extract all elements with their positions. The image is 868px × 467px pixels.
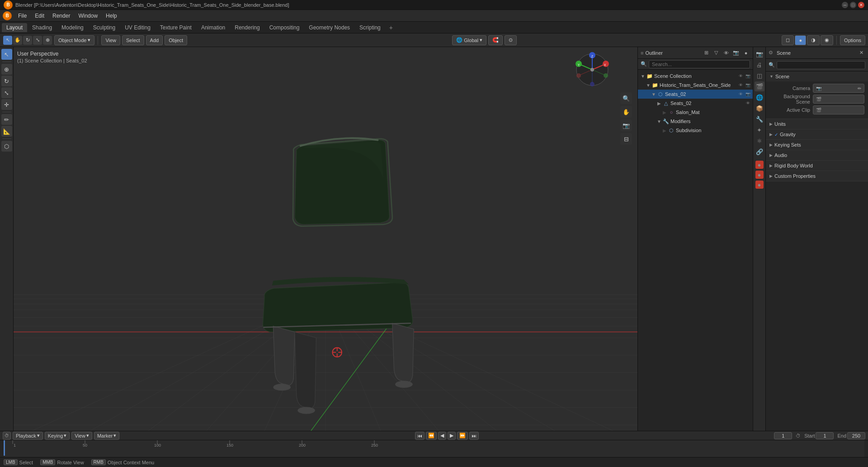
collection-expand-icon[interactable]: ▼ [640,73,646,79]
tree-item-historic-tram[interactable]: ▼ 📁 Historic_Tram_Seats_One_Side 👁 📷 [638,81,753,90]
wireframe-btn[interactable]: ◻ [782,35,794,45]
jump-end-btn[interactable]: ⏭ [469,432,479,440]
camera-edit-icon[interactable]: ✏ [858,86,861,91]
collection-vis-icon[interactable]: 👁 [737,73,744,79]
historic-render-icon[interactable]: 📷 [745,82,751,88]
tab-rendering[interactable]: Rendering [230,23,264,32]
viewport[interactable]: User Perspective (1) Scene Collection | … [14,47,637,431]
cursor-tool[interactable]: ↖ [1,49,12,60]
mesh-vis-icon[interactable]: 👁 [745,100,751,106]
props-close-icon[interactable]: ✕ [857,49,865,57]
marker-dropdown[interactable]: Marker ▾ [94,432,119,440]
add-menu[interactable]: Add [146,35,163,45]
outliner-options-icon[interactable]: ⊞ [702,49,710,57]
outliner-eye-icon[interactable]: 👁 [722,49,730,57]
scene-section-header[interactable]: ▼ Scene [766,71,868,81]
camera-view-btn[interactable]: 📷 [620,119,632,131]
props-red-3-icon[interactable]: ● [755,181,764,189]
seats02-render-icon[interactable]: 📷 [745,91,751,97]
tab-shading[interactable]: Shading [28,23,57,32]
options-button[interactable]: Options [840,35,865,45]
props-particles-icon[interactable]: ✦ [755,125,764,135]
snap-button[interactable]: 🧲 [488,35,503,45]
step-back-btn[interactable]: ⏪ [426,432,437,440]
move-tool[interactable]: ⊕ [1,64,12,75]
tab-sculpting[interactable]: Sculpting [89,23,120,32]
tab-uv-editing[interactable]: UV Editing [120,23,155,32]
tree-item-seats02[interactable]: ▼ ⬡ Seats_02 👁 📷 [638,90,753,99]
zoom-in-btn[interactable]: 🔍 [620,92,632,104]
ortho-top-btn[interactable]: ⊟ [620,133,632,145]
tree-item-modifiers[interactable]: ▼ 🔧 Modifiers [638,117,753,126]
grab-tool-icon[interactable]: ✋ [13,36,22,45]
tab-geometry-nodes[interactable]: Geometry Nodes [304,23,354,32]
add-workspace-button[interactable]: + [386,23,396,33]
props-red-2-icon[interactable]: ● [755,171,764,179]
tab-animation[interactable]: Animation [197,23,230,32]
gravity-header[interactable]: ▶ ✓ Gravity [766,129,868,139]
minimize-button[interactable]: ─ [842,2,848,8]
viewport-gizmo[interactable]: X Y Z [574,52,610,88]
menu-file[interactable]: File [14,12,30,20]
rotate-tool-icon[interactable]: ↻ [23,36,32,45]
props-object-icon[interactable]: 📦 [755,103,764,113]
transform-tool[interactable]: ✛ [1,99,12,110]
props-constraints-icon[interactable]: 🔗 [755,147,764,157]
add-cube-tool[interactable]: ⬡ [1,141,12,152]
measure-tool[interactable]: 📐 [1,126,12,137]
tree-item-seats02-mesh[interactable]: ▶ △ Seats_02 👁 [638,99,753,108]
tree-item-salon-mat[interactable]: ▶ ○ Salon_Mat [638,108,753,117]
historic-vis-icon[interactable]: 👁 [737,82,744,88]
material-preview-btn[interactable]: ◑ [807,35,820,45]
play-reverse-btn[interactable]: ◀ [438,432,446,440]
mod-expand-icon[interactable]: ▼ [656,118,662,124]
props-output-icon[interactable]: 🖨 [755,60,764,70]
outliner-camera-icon[interactable]: 📷 [732,49,740,57]
close-button[interactable]: ✕ [858,2,864,8]
props-modifier-icon[interactable]: 🔧 [755,114,764,124]
camera-value[interactable]: 📷 ✏ [813,84,864,93]
keying-sets-header[interactable]: ▶ Keying Sets [766,140,868,150]
tree-item-scene-collection[interactable]: ▼ 📁 Scene Collection 👁 📷 [638,71,753,81]
scale-tool-icon[interactable]: ⤡ [33,36,42,45]
start-frame-input[interactable] [816,432,834,439]
collection-render-icon[interactable]: 📷 [745,73,751,79]
audio-header[interactable]: ▶ Audio [766,150,868,160]
timeline-ruler[interactable]: 1 50 100 150 200 250 [4,440,864,457]
gravity-check-icon[interactable]: ✓ [774,132,778,137]
playback-dropdown[interactable]: Playback ▾ [13,432,43,440]
props-search-input[interactable] [777,61,865,69]
tab-modeling[interactable]: Modeling [57,23,88,32]
timeline-panel-icon[interactable]: ⏱ [3,432,11,440]
solid-btn[interactable]: ● [795,35,806,45]
props-red-1-icon[interactable]: ● [755,161,764,169]
play-btn[interactable]: ▶ [448,432,456,440]
step-forward-btn[interactable]: ⏩ [457,432,468,440]
end-frame-input[interactable] [847,432,865,439]
rigid-body-header[interactable]: ▶ Rigid Body World [766,161,868,171]
rendered-btn[interactable]: ◉ [821,35,833,45]
outliner-render-icon[interactable]: ● [742,49,750,57]
menu-window[interactable]: Window [75,12,101,20]
outliner-search-input[interactable] [649,60,750,68]
menu-render[interactable]: Render [49,12,74,20]
mesh-expand-icon[interactable]: ▶ [656,100,662,106]
props-scene-icon[interactable]: 🎬 [755,81,764,91]
historic-expand-icon[interactable]: ▼ [645,82,651,88]
props-physics-icon[interactable]: ⚛ [755,136,764,146]
object-menu[interactable]: Object [165,35,187,45]
props-view-layer-icon[interactable]: ◫ [755,71,764,81]
tab-scripting[interactable]: Scripting [355,23,385,32]
select-menu[interactable]: Select [122,35,144,45]
current-frame-input[interactable] [774,432,792,439]
scale-tool[interactable]: ⤡ [1,87,12,98]
outliner-filter-icon[interactable]: ▽ [712,49,720,57]
active-clip-value[interactable]: 🎬 [813,105,864,114]
tab-texture-paint[interactable]: Texture Paint [156,23,196,32]
annotate-tool[interactable]: ✏ [1,114,12,125]
viewport-shading-controls[interactable]: 🌐 Global ▾ [452,35,486,45]
timeline-content[interactable]: 1 50 100 150 200 250 [0,440,868,457]
view-menu[interactable]: View [101,35,120,45]
props-world-icon[interactable]: 🌐 [755,92,764,102]
custom-props-header[interactable]: ▶ Custom Properties [766,171,868,181]
